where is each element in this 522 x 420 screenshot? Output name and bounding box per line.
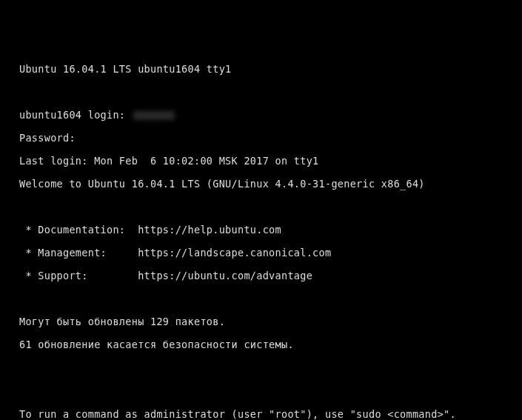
management-link: * Management: https://landscape.canonica… bbox=[19, 247, 522, 259]
username-redacted bbox=[133, 111, 175, 120]
blank-line bbox=[19, 87, 522, 99]
password-prompt: Password: bbox=[19, 133, 522, 144]
blank-line bbox=[19, 201, 522, 213]
documentation-link: * Documentation: https://help.ubuntu.com bbox=[19, 224, 522, 236]
welcome-message: Welcome to Ubuntu 16.04.1 LTS (GNU/Linux… bbox=[19, 179, 522, 190]
login-prompt-label: ubuntu1604 login: bbox=[19, 109, 132, 121]
updates-available: Могут быть обновлены 129 пакетов. bbox=[19, 316, 522, 328]
blank-line bbox=[19, 293, 522, 305]
support-link: * Support: https://ubuntu.com/advantage bbox=[19, 270, 522, 282]
tty-header: Ubuntu 16.04.1 LTS ubuntu1604 tty1 bbox=[19, 64, 522, 76]
blank-line bbox=[19, 386, 522, 398]
blank-line bbox=[19, 362, 522, 374]
last-login: Last login: Mon Feb 6 10:02:00 MSK 2017 … bbox=[19, 156, 522, 167]
security-updates: 61 обновление касается безопасности сист… bbox=[19, 339, 522, 351]
sudo-hint-1: To run a command as administrator (user … bbox=[19, 409, 522, 420]
login-prompt-line: ubuntu1604 login: bbox=[19, 110, 522, 121]
